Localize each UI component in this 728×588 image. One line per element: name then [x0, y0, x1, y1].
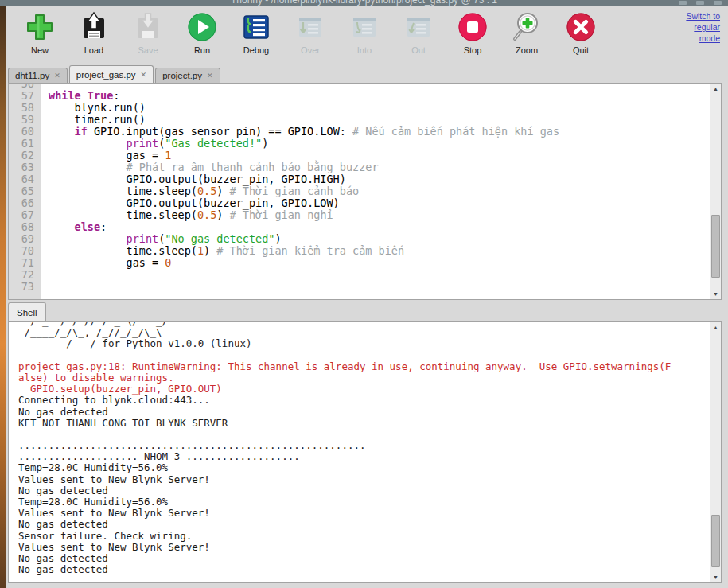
code-lines: while True: blynk.run() timer.run() if G…: [41, 84, 710, 293]
shell-line: No gas detected: [18, 553, 710, 564]
line-number: 60: [9, 126, 34, 138]
shell-scrollbar-thumb[interactable]: [711, 515, 720, 567]
shell-line: Values sent to New Blynk Server!: [18, 508, 710, 519]
scroll-up-icon[interactable]: ▲: [710, 322, 721, 333]
shell-line: Temp=28.0C Humidity=56.0%: [18, 462, 710, 473]
code-line: print("Gas detected!"): [49, 138, 710, 150]
shell-tab[interactable]: Shell: [8, 302, 46, 321]
tab-close-icon[interactable]: ✕: [54, 72, 60, 80]
line-number: 68: [9, 221, 34, 233]
code-line: [49, 281, 710, 293]
line-number-gutter-inner: 565758596061626364656667686970717273: [9, 84, 41, 293]
shell-scrollbar[interactable]: ▲ ▼: [710, 322, 721, 582]
tab-close-icon[interactable]: ✕: [207, 72, 213, 80]
line-number: 58: [9, 102, 34, 114]
close-icon[interactable]: [714, 1, 722, 5]
shell-line: alse) to disable warnings.: [18, 372, 710, 384]
scroll-up-icon[interactable]: ▲: [710, 84, 721, 94]
shell-lines: / _ / / // / _ \/ '_/ /____/_/\_, /_//_/…: [9, 322, 710, 575]
zoom-label: Zoom: [504, 45, 549, 55]
run-label: Run: [180, 45, 224, 55]
code-line: gas = 0: [49, 257, 710, 269]
code-line: gas = 1: [49, 150, 710, 162]
tab-project[interactable]: project.py ✕: [155, 68, 220, 83]
save-floppy-icon: [132, 11, 164, 43]
stop-icon: [457, 11, 489, 43]
title-bar: Thonny - /home/pi/blynk-library-python/p…: [0, 0, 728, 6]
shell-line: Temp=28.0C Humidity=56.0%: [18, 496, 710, 508]
shell-line: /___/ for Python v1.0.0 (linux): [18, 338, 710, 349]
load-button[interactable]: Load: [72, 11, 116, 65]
zoom-button[interactable]: Zoom: [504, 11, 549, 65]
minimize-icon[interactable]: [679, 1, 687, 5]
line-number: 65: [9, 185, 34, 197]
new-button[interactable]: New: [18, 11, 62, 65]
switch-to-regular-mode-link[interactable]: Switch to regular mode: [674, 10, 720, 45]
tab-label: project_gas.py: [76, 70, 136, 80]
desktop-wallpaper-strip: [0, 6, 6, 588]
code-line: GPIO.output(buzzer_pin, GPIO.LOW): [49, 197, 710, 209]
save-label: Save: [126, 45, 170, 55]
new-plus-icon: [24, 11, 56, 43]
shell-scroll-area[interactable]: / _ / / // / _ \/ '_/ /____/_/\_, /_//_/…: [9, 322, 710, 582]
window-title: Thonny - /home/pi/blynk-library-python/p…: [0, 0, 728, 6]
editor-scrollbar[interactable]: ▲ ▼: [710, 84, 721, 299]
tab-dht11[interactable]: dht11.py ✕: [8, 68, 68, 83]
line-number: 71: [9, 257, 34, 269]
shell-line: No gas detected: [18, 519, 710, 530]
shell-tab-label: Shell: [17, 308, 37, 317]
quit-button[interactable]: Quit: [559, 11, 603, 65]
window-controls[interactable]: [679, 1, 722, 5]
shell-line: .................... NHOM 3 ............…: [18, 451, 710, 462]
line-number: 70: [9, 245, 34, 257]
shell-line: No gas detected: [18, 564, 710, 575]
line-number: 73: [9, 281, 34, 293]
code-line: blynk.run(): [49, 102, 710, 114]
code-area[interactable]: while True: blynk.run() timer.run() if G…: [41, 84, 710, 299]
debug-button[interactable]: Debug: [234, 11, 278, 65]
step-over-button: Over: [288, 11, 333, 65]
quit-label: Quit: [559, 45, 603, 55]
code-line: if GPIO.input(gas_sensor_pin) == GPIO.LO…: [49, 126, 710, 138]
zoom-magnifier-icon: [511, 11, 543, 43]
tab-project-gas[interactable]: project_gas.py ✕: [69, 65, 154, 83]
shell-output-panel[interactable]: / _ / / // / _ \/ '_/ /____/_/\_, /_//_/…: [8, 321, 722, 583]
editor-scrollbar-thumb[interactable]: [711, 215, 720, 278]
run-button[interactable]: Run: [180, 11, 224, 65]
code-editor[interactable]: 565758596061626364656667686970717273 whi…: [8, 83, 722, 300]
shell-line: GPIO.setup(buzzer_pin, GPIO.OUT): [18, 384, 710, 395]
shell-line: Values sent to New Blynk Server!: [18, 542, 710, 553]
code-line: timer.run(): [49, 114, 710, 126]
shell-line: [18, 350, 710, 361]
tab-label: dht11.py: [15, 71, 49, 80]
new-label: New: [18, 45, 62, 55]
scroll-down-icon[interactable]: ▼: [710, 572, 721, 582]
line-number: 63: [9, 162, 34, 173]
tab-close-icon[interactable]: ✕: [141, 71, 147, 79]
step-into-icon: [348, 11, 380, 43]
code-line: time.sleep(1) # Thời gian kiểm tra cảm b…: [49, 245, 710, 257]
step-out-icon: [403, 11, 434, 43]
scroll-down-icon[interactable]: ▼: [710, 289, 721, 299]
shell-line: project_gas.py:18: RuntimeWarning: This …: [18, 361, 710, 372]
shell-line: Sensor failure. Check wiring.: [18, 531, 710, 542]
shell-line: No gas detected: [18, 407, 710, 418]
toolbar: New Load Save Run Debug: [6, 6, 728, 65]
stop-button[interactable]: Stop: [450, 11, 495, 65]
debug-label: Debug: [234, 45, 278, 55]
line-number: 57: [9, 90, 34, 102]
code-line: # Phát ra âm thanh cảnh báo bằng buzzer: [49, 162, 710, 173]
editor-tab-bar: dht11.py ✕ project_gas.py ✕ project.py ✕: [8, 65, 222, 83]
save-button: Save: [126, 11, 170, 65]
load-label: Load: [72, 45, 116, 55]
line-number: 62: [9, 150, 34, 162]
debug-icon: [240, 11, 272, 43]
line-number: 59: [9, 114, 34, 126]
maximize-icon[interactable]: [696, 1, 704, 5]
run-play-icon: [186, 11, 218, 43]
shell-line: ........................................…: [18, 440, 710, 451]
line-number: 61: [9, 138, 34, 150]
line-number: 67: [9, 209, 34, 221]
step-into-label: Into: [342, 45, 387, 55]
line-number-gutter: 565758596061626364656667686970717273: [9, 84, 41, 299]
